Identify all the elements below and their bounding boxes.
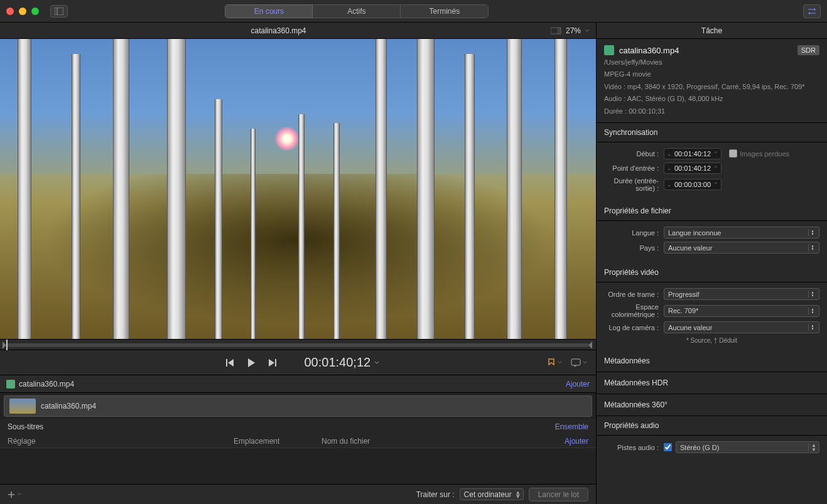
caption-button[interactable] — [571, 358, 587, 367]
fullscreen-icon[interactable] — [31, 8, 39, 15]
movie-icon — [604, 45, 614, 55]
inspector: Tâche catalina360.mp4 SDR /Users/jeffy/M… — [597, 23, 827, 504]
audiotrack-checkbox[interactable] — [664, 443, 672, 451]
preview-header: catalina360.mp4 27% — [0, 23, 596, 39]
file-name: catalina360.mp4 — [619, 46, 679, 55]
audioprops-section: Pistes audio : Stéréo (G D)▲▼ — [597, 436, 827, 463]
column-headers: Réglage Emplacement Nom du fichier Ajout… — [0, 434, 596, 448]
inspector-title: Tâche — [597, 23, 827, 39]
file-info-section: catalina360.mp4 SDR /Users/jeffy/Movies … — [597, 39, 827, 123]
subtitles-label: Sous-titres — [8, 422, 555, 431]
col-setting: Réglage — [8, 437, 234, 446]
col-filename: Nom du fichier — [322, 437, 565, 446]
clip-thumbnail — [9, 399, 36, 414]
ensemble-button[interactable]: Ensemble — [555, 422, 588, 431]
process-target-select[interactable]: Cet ordinateur ▲▼ — [460, 488, 524, 500]
svg-point-3 — [813, 8, 815, 10]
lang-label: Langue : — [604, 229, 664, 237]
in-label: Point d'entrée : — [604, 164, 664, 172]
svg-rect-0 — [55, 8, 63, 15]
clip-row[interactable]: catalina360.mp4 — [4, 395, 592, 417]
start-label: Début : — [604, 150, 664, 158]
tab-active[interactable]: En cours — [225, 4, 313, 18]
marker-button[interactable] — [547, 358, 562, 367]
chevron-down-icon — [17, 492, 21, 496]
transport-bar: 00:01:40;12 — [0, 350, 596, 375]
clip-name: catalina360.mp4 — [41, 402, 96, 410]
svg-rect-8 — [226, 359, 227, 367]
minimize-icon[interactable] — [19, 8, 26, 15]
dropped-frames-checkbox[interactable]: Images perdues — [729, 149, 789, 158]
fileprops-section: Langue : Langue inconnue Pays : Aucune v… — [597, 221, 827, 263]
audioprops-header[interactable]: Propriétés audio — [597, 416, 827, 436]
file-audio-info: Audio : AAC, Stéréo (G D), 48,000 kHz — [604, 94, 819, 104]
subtitles-header[interactable]: Sous-titres Ensemble — [0, 419, 596, 434]
col-location: Emplacement — [234, 437, 322, 446]
svg-rect-9 — [275, 359, 276, 367]
play-button[interactable] — [246, 358, 256, 368]
chevron-down-icon — [374, 360, 379, 365]
add-row-button[interactable]: Ajouter — [565, 437, 588, 446]
batch-list: catalina360.mp4 Ajouter catalina360.mp4 … — [0, 375, 596, 484]
fileprops-header[interactable]: Propriétés de fichier — [597, 201, 827, 221]
svg-rect-10 — [571, 359, 580, 365]
metadata-header[interactable]: Métadonnées — [597, 350, 827, 372]
videoprops-section: Ordre de trame : Progressif Espace color… — [597, 282, 827, 350]
start-timecode[interactable]: ⌄00:01:40:12⌃ — [664, 148, 722, 159]
video-preview[interactable] — [0, 39, 596, 339]
file-container: MPEG-4 movie — [604, 70, 819, 79]
inspector-toggle-button[interactable] — [803, 4, 821, 18]
source-note: * Source, † Déduit — [604, 337, 819, 344]
audiotrack-select[interactable]: Stéréo (G D)▲▼ — [676, 441, 819, 453]
fieldorder-label: Ordre de trame : — [604, 291, 664, 298]
timeline[interactable] — [0, 339, 596, 350]
go-end-button[interactable] — [268, 358, 276, 367]
fieldorder-select[interactable]: Progressif — [664, 288, 819, 300]
start-batch-button[interactable]: Lancer le lot — [529, 488, 588, 501]
file-duration: Durée : 00:00:10;31 — [604, 107, 819, 116]
audiotracks-label: Pistes audio : — [604, 444, 664, 451]
movie-icon — [6, 380, 15, 389]
zoom-controls[interactable]: 27% — [551, 26, 590, 35]
chevron-down-icon — [558, 360, 562, 365]
sync-section: Début : ⌄00:01:40:12⌃ Images perdues Poi… — [597, 142, 827, 201]
timecode-display[interactable]: 00:01:40;12 — [305, 355, 380, 370]
colorspace-label: Espace colorimétrique : — [604, 303, 664, 318]
zoom-value: 27% — [566, 26, 581, 35]
sdr-badge: SDR — [797, 45, 819, 55]
go-start-button[interactable] — [226, 358, 235, 367]
view-segmented-control: En cours Actifs Terminés — [225, 4, 489, 18]
dur-timecode[interactable]: ⌄00:00:03:00⌃ — [664, 179, 722, 190]
svg-point-5 — [808, 12, 810, 14]
titlebar: En cours Actifs Terminés — [0, 0, 827, 23]
tab-assets[interactable]: Actifs — [313, 4, 401, 18]
colorspace-select[interactable]: Rec. 709* — [664, 305, 819, 317]
sidebar-toggle-button[interactable] — [50, 5, 68, 18]
close-icon[interactable] — [6, 8, 14, 15]
svg-rect-7 — [557, 28, 561, 34]
camlog-select[interactable]: Aucune valeur — [664, 321, 819, 333]
country-select[interactable]: Aucune valeur — [664, 242, 819, 254]
preview-filename: catalina360.mp4 — [6, 26, 551, 35]
metadata-hdr-header[interactable]: Métadonnées HDR — [597, 372, 827, 394]
file-path: /Users/jeffy/Movies — [604, 58, 819, 67]
add-output-button[interactable]: Ajouter — [566, 380, 590, 389]
sync-header[interactable]: Synchronisation — [597, 123, 827, 142]
job-header[interactable]: catalina360.mp4 Ajouter — [0, 375, 596, 393]
dur-label: Durée (entrée-sortie) : — [604, 177, 664, 192]
add-button[interactable] — [8, 491, 21, 498]
process-on-label: Traiter sur : — [416, 490, 455, 499]
metadata-360-header[interactable]: Métadonnées 360° — [597, 394, 827, 416]
window-controls — [6, 8, 39, 15]
in-timecode[interactable]: ⌄00:01:40:12⌃ — [664, 163, 722, 174]
chevron-down-icon — [585, 28, 590, 33]
job-name: catalina360.mp4 — [19, 380, 566, 389]
chevron-down-icon — [583, 360, 587, 365]
camlog-label: Log de caméra : — [604, 324, 664, 331]
lang-select[interactable]: Langue inconnue — [664, 227, 819, 239]
tab-done[interactable]: Terminés — [401, 4, 489, 18]
file-video-info: Vidéo : mp4, 3840 x 1920, Progressif, Ca… — [604, 82, 819, 92]
country-label: Pays : — [604, 244, 664, 252]
videoprops-header[interactable]: Propriétés vidéo — [597, 263, 827, 282]
footer: Traiter sur : Cet ordinateur ▲▼ Lancer l… — [0, 484, 596, 504]
